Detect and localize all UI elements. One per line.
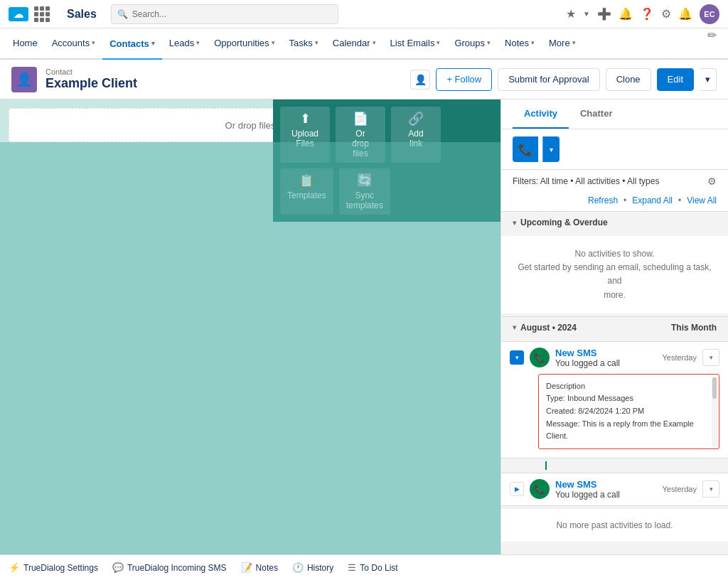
notes-chevron-icon: ▾	[531, 39, 535, 46]
activity-title-2[interactable]: New SMS	[555, 479, 656, 490]
activity-time-1: Yesterday	[662, 353, 697, 362]
nav-items: Home Accounts ▾ Contacts ▾ Leads ▾ Oppor…	[6, 28, 583, 58]
activity-details-1: New SMS You logged a call	[555, 348, 656, 368]
drop-icon: 📄	[353, 111, 368, 127]
nav-calendar-label: Calendar	[333, 38, 370, 48]
follow-button[interactable]: + Follow	[436, 68, 492, 91]
user-avatar[interactable]: EC	[700, 4, 719, 24]
notifications-icon[interactable]: 🔔	[619, 7, 633, 21]
bottom-item-todo[interactable]: ☰ To Do List	[348, 562, 397, 573]
search-bar[interactable]: 🔍 Search...	[111, 4, 338, 24]
bottom-item-truedialog-sms[interactable]: 💬 TrueDialog Incoming SMS	[112, 562, 227, 573]
help-icon[interactable]: ❓	[640, 7, 654, 21]
favorites-icon[interactable]: ★	[566, 7, 576, 21]
main-layout: ⬆ UploadFiles 📄 Ordropfiles 🔗 Addlink 📋 …	[0, 100, 728, 554]
header-actions: 👤 + Follow Submit for Approval Clone Edi…	[410, 68, 717, 91]
favorites-dropdown-icon[interactable]: ▼	[583, 10, 590, 18]
record-name: Example Client	[46, 76, 137, 91]
expand-all-link[interactable]: Expand All	[632, 195, 673, 205]
activity-dropdown-1[interactable]: ▾	[702, 349, 719, 366]
lightning-icon: ⚡	[9, 562, 20, 573]
top-bar-icons: ★ ▼ ➕ 🔔 ❓ ⚙ 🔔 EC	[566, 4, 719, 24]
sms-icon-1: 📞	[534, 353, 545, 363]
nav-item-groups[interactable]: Groups ▾	[447, 28, 498, 58]
filters-text: Filters: All time • All activities • All…	[513, 176, 703, 186]
no-more-text: No more past activities to load.	[556, 520, 673, 530]
nav-contacts-label: Contacts	[109, 38, 149, 49]
nav-item-list-emails[interactable]: List Emails ▾	[383, 28, 448, 58]
activity-subtitle-1: You logged a call	[555, 358, 656, 368]
nav-item-tasks[interactable]: Tasks ▾	[282, 28, 326, 58]
filter-settings-icon[interactable]: ⚙	[707, 176, 717, 187]
contacts-chevron-icon: ▾	[151, 40, 155, 47]
more-chevron-icon: ▾	[572, 39, 576, 46]
nav-item-leads[interactable]: Leads ▾	[162, 28, 207, 58]
nav-notes-label: Notes	[505, 38, 529, 48]
activity-expand-1[interactable]: ▾	[510, 350, 524, 365]
edit-button[interactable]: Edit	[657, 68, 694, 91]
nav-item-home[interactable]: Home	[6, 28, 45, 58]
header-dropdown-button[interactable]: ▾	[700, 68, 717, 91]
tab-activity[interactable]: Activity	[513, 100, 569, 129]
person-lookup-icon[interactable]: 👤	[410, 70, 430, 90]
drop-zone-label: Or drop files	[225, 120, 276, 131]
august-2024-section-header: ▾ August • 2024 This Month	[501, 316, 728, 338]
right-panel: Activity Chatter 📞 ▾ Filters: All time •…	[500, 100, 728, 554]
top-bar: ☁ Sales 🔍 Search... ★ ▼ ➕ 🔔 ❓ ⚙ 🔔 EC	[0, 0, 728, 28]
august-chevron-icon[interactable]: ▾	[513, 323, 516, 331]
upcoming-overdue-section-header: ▾ Upcoming & Overdue	[501, 211, 728, 233]
log-call-button[interactable]: 📞	[513, 136, 538, 162]
activity-time-2: Yesterday	[662, 485, 697, 493]
activity-expand-2[interactable]: ▶	[510, 482, 524, 496]
no-more-message: No more past activities to load.	[501, 509, 728, 542]
activity-type-icon-2: 📞	[530, 479, 550, 499]
calendar-chevron-icon: ▾	[373, 39, 376, 46]
log-call-dropdown-button[interactable]: ▾	[542, 136, 560, 162]
tab-chatter[interactable]: Chatter	[569, 100, 624, 129]
desc-scrollbar-thumb	[712, 377, 717, 399]
activity-title-1[interactable]: New SMS	[555, 348, 656, 358]
record-header: 👤 Contact Example Client 👤 + Follow Subm…	[0, 60, 728, 100]
activity-dropdown-2[interactable]: ▾	[702, 480, 719, 498]
filters-row: Filters: All time • All activities • All…	[501, 170, 728, 193]
nav-tasks-label: Tasks	[289, 38, 313, 48]
phone-icon: 📞	[518, 143, 532, 156]
app-launcher-icon[interactable]	[34, 6, 50, 22]
activity-subtitle-2: You logged a call	[555, 490, 656, 500]
activity-row-2: ▶ 📞 New SMS You logged a call Yesterday …	[501, 473, 728, 505]
nav-item-contacts[interactable]: Contacts ▾	[102, 28, 162, 60]
timeline-connector	[523, 461, 728, 470]
nav-item-notes[interactable]: Notes ▾	[498, 28, 542, 58]
activity-feed[interactable]: ▾ Upcoming & Overdue No activities to sh…	[501, 211, 728, 554]
add-icon[interactable]: ➕	[597, 7, 611, 21]
bottom-item-history[interactable]: 🕐 History	[292, 562, 333, 573]
upcoming-chevron-icon[interactable]: ▾	[513, 219, 516, 227]
bottom-item-notes[interactable]: 📝 Notes	[241, 562, 278, 573]
nav-item-more[interactable]: More ▾	[542, 28, 583, 58]
sms-bubble-icon: 💬	[112, 562, 124, 573]
desc-scrollbar	[712, 376, 717, 447]
edit-nav-icon[interactable]: ✏	[702, 28, 722, 58]
nav-home-label: Home	[13, 38, 38, 48]
no-activities-message: No activities to show.Get started by sen…	[501, 236, 728, 313]
activity-item-1: ▾ 📞 New SMS You logged a call Yesterday …	[501, 341, 728, 458]
nav-accounts-label: Accounts	[52, 38, 90, 48]
bell-icon[interactable]: 🔔	[678, 7, 692, 21]
link-icon: 🔗	[408, 111, 424, 127]
settings-icon[interactable]: ⚙	[661, 7, 671, 21]
left-panel: ⬆ UploadFiles 📄 Ordropfiles 🔗 Addlink 📋 …	[0, 100, 500, 554]
view-all-link[interactable]: View All	[687, 195, 717, 205]
timeline-line	[545, 461, 547, 470]
bottom-item-truedialog-settings[interactable]: ⚡ TrueDialog Settings	[9, 562, 98, 573]
august-section-label: August • 2024	[520, 323, 577, 333]
nav-item-calendar[interactable]: Calendar ▾	[326, 28, 383, 58]
submit-approval-button[interactable]: Submit for Approval	[498, 68, 599, 91]
nav-item-accounts[interactable]: Accounts ▾	[45, 28, 102, 58]
upload-icon: ⬆	[300, 111, 311, 127]
chatter-tab-label: Chatter	[580, 108, 613, 119]
clone-button[interactable]: Clone	[606, 68, 651, 91]
refresh-link[interactable]: Refresh	[588, 195, 618, 205]
opportunities-chevron-icon: ▾	[272, 39, 275, 46]
nav-item-opportunities[interactable]: Opportunities ▾	[207, 28, 282, 58]
app-name: Sales	[58, 8, 105, 21]
